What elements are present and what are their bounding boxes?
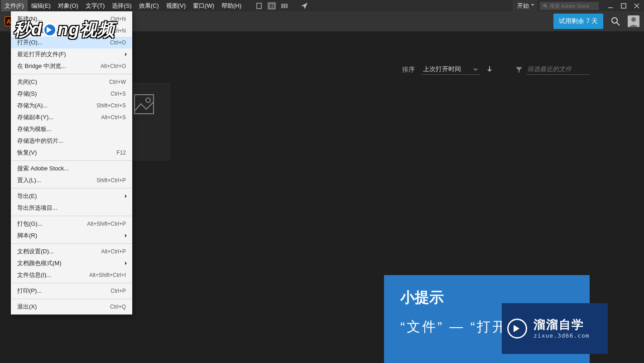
- menu-item[interactable]: 编辑(E): [28, 0, 54, 12]
- stock-search-input[interactable]: [550, 3, 595, 9]
- menu-row[interactable]: 搜索 Adobe Stock...: [11, 163, 132, 174]
- menu-row[interactable]: 导出所选项目...: [11, 202, 132, 214]
- menu-item[interactable]: 窗口(W): [189, 0, 218, 12]
- menu-row[interactable]: 在 Bridge 中浏览...Alt+Ctrl+O: [11, 60, 132, 72]
- menu-row-label: 最近打开的文件(F): [17, 50, 66, 58]
- file-menu-dropdown: 新建(N)...Ctrl+N从模板新建(T)...Shift+Ctrl+N打开(…: [11, 11, 132, 315]
- menu-item[interactable]: 效果(C): [135, 0, 163, 12]
- menu-row-label: 存储为模板...: [17, 125, 52, 133]
- menu-row[interactable]: 退出(X)Ctrl+Q: [11, 301, 132, 313]
- menu-row-shortcut: Alt+Ctrl+O: [101, 63, 126, 69]
- video-watermark: 秒d ng视频: [14, 18, 115, 41]
- filter-input[interactable]: 筛选最近的文件: [526, 64, 590, 75]
- maximize-button[interactable]: [617, 1, 630, 10]
- submenu-arrow-icon: [125, 194, 129, 198]
- menu-row-label: 打包(G)...: [17, 220, 43, 228]
- window-controls: [604, 1, 643, 10]
- search-button[interactable]: [610, 15, 621, 27]
- menu-row[interactable]: 最近打开的文件(F): [11, 48, 132, 60]
- menu-row[interactable]: 存储副本(Y)...Alt+Ctrl+S: [11, 111, 132, 123]
- submenu-arrow-icon: [125, 261, 129, 265]
- menu-row-label: 存储选中的切片...: [17, 137, 63, 145]
- menu-row-shortcut: Alt+Ctrl+P: [101, 248, 126, 255]
- svg-rect-7: [621, 4, 626, 8]
- menu-row-shortcut: Ctrl+S: [111, 91, 126, 97]
- sort-value: 上次打开时间: [423, 65, 461, 73]
- menu-row[interactable]: 存储为模板...: [11, 123, 132, 135]
- sort-filter-row: 排序 上次打开时间 筛选最近的文件: [402, 64, 590, 75]
- workspace-switcher[interactable]: 开始: [513, 0, 537, 12]
- menu-separator: [11, 188, 132, 189]
- brand-overlay: 溜溜自学 zixue.3d66.com: [502, 303, 608, 354]
- menu-row[interactable]: 存储(S)Ctrl+S: [11, 88, 132, 100]
- menu-row-label: 搜索 Adobe Stock...: [17, 165, 69, 173]
- menu-row-label: 文档设置(D)...: [17, 247, 54, 256]
- doc-icon[interactable]: [254, 2, 264, 10]
- menu-row[interactable]: 打印(P)...Ctrl+P: [11, 285, 132, 297]
- filter-icon[interactable]: [515, 66, 523, 73]
- menu-row-label: 存储为(A)...: [17, 102, 48, 110]
- menu-row[interactable]: 置入(L)...Shift+Ctrl+P: [11, 174, 132, 186]
- sort-label: 排序: [402, 66, 415, 74]
- svg-line-5: [546, 6, 547, 8]
- menu-item[interactable]: 选择(S): [108, 0, 135, 12]
- menu-row-shortcut: Shift+Ctrl+P: [96, 177, 126, 184]
- menu-row-label: 打印(P)...: [17, 287, 42, 295]
- close-button[interactable]: [630, 1, 643, 10]
- arrange-icon[interactable]: [279, 2, 289, 10]
- send-icon[interactable]: [299, 2, 309, 10]
- menu-row[interactable]: 脚本(R): [11, 230, 132, 242]
- menu-row[interactable]: 文件信息(I)...Alt+Shift+Ctrl+I: [11, 269, 132, 281]
- menu-row-shortcut: Alt+Shift+Ctrl+I: [89, 272, 126, 278]
- menu-row[interactable]: 存储选中的切片...: [11, 135, 132, 147]
- trial-badge[interactable]: 试用剩余 7 天: [553, 14, 603, 29]
- menu-row-shortcut: Alt+Ctrl+S: [101, 114, 126, 121]
- menu-separator: [11, 160, 132, 161]
- svg-rect-2: [284, 4, 285, 8]
- brand-sub: zixue.3d66.com: [533, 332, 590, 340]
- brand-main: 溜溜自学: [533, 317, 590, 333]
- svg-point-14: [146, 98, 150, 102]
- menu-separator: [11, 216, 132, 216]
- menu-row[interactable]: 关闭(C)Ctrl+W: [11, 76, 132, 88]
- menu-row-shortcut: Shift+Ctrl+S: [96, 102, 126, 109]
- menu-item[interactable]: 视图(V): [163, 0, 189, 12]
- svg-rect-0: [257, 3, 261, 9]
- menu-separator: [11, 283, 132, 283]
- menu-row-label: 关闭(C): [17, 78, 37, 86]
- menu-item[interactable]: 文件(F): [1, 0, 28, 12]
- menu-row[interactable]: 文档颜色模式(M): [11, 257, 132, 269]
- svg-point-12: [631, 17, 636, 22]
- user-icon: [628, 15, 639, 27]
- svg-point-10: [612, 18, 617, 23]
- menu-row[interactable]: 打包(G)...Alt+Shift+Ctrl+P: [11, 218, 132, 230]
- menu-row[interactable]: 恢复(V)F12: [11, 147, 132, 159]
- menu-row-label: 置入(L)...: [17, 176, 41, 184]
- minimize-button[interactable]: [604, 1, 617, 10]
- menu-item[interactable]: 对象(O): [54, 0, 82, 12]
- menu-row-label: 退出(X): [17, 303, 37, 311]
- menu-item[interactable]: 文字(T): [82, 0, 109, 12]
- menu-separator: [11, 243, 132, 244]
- menu-row[interactable]: 存储为(A)...Shift+Ctrl+S: [11, 100, 132, 111]
- stock-st-icon[interactable]: St: [268, 2, 276, 10]
- svg-rect-3: [286, 4, 288, 8]
- stock-search[interactable]: [540, 2, 599, 10]
- svg-rect-1: [281, 4, 283, 8]
- menu-row[interactable]: 文档设置(D)...Alt+Ctrl+P: [11, 246, 132, 257]
- search-icon: [611, 17, 620, 26]
- menu-row-shortcut: Alt+Shift+Ctrl+P: [87, 221, 126, 227]
- sort-direction-button[interactable]: [486, 66, 493, 73]
- menu-row-label: 脚本(R): [17, 232, 37, 240]
- profile-button[interactable]: [628, 15, 639, 27]
- submenu-arrow-icon: [125, 234, 129, 237]
- menu-row-label: 在 Bridge 中浏览...: [17, 62, 66, 70]
- menu-row-label: 存储副本(Y)...: [17, 113, 53, 121]
- menu-item[interactable]: 帮助(H): [218, 0, 245, 12]
- svg-point-4: [544, 4, 546, 6]
- sort-dropdown[interactable]: 上次打开时间: [421, 64, 480, 75]
- menu-separator: [11, 299, 132, 299]
- menu-row-shortcut: F12: [116, 150, 126, 156]
- submenu-arrow-icon: [125, 53, 129, 56]
- menu-row[interactable]: 导出(E): [11, 190, 132, 202]
